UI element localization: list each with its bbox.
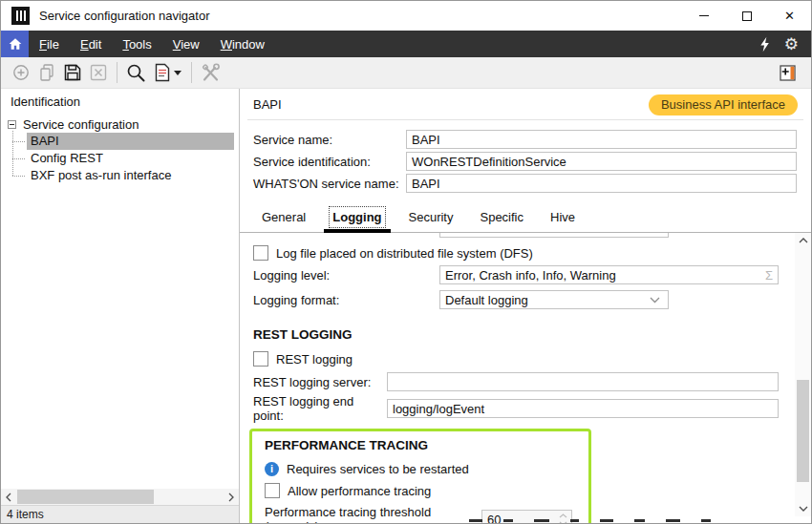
dfs-checkbox-label: Log file placed on distributed file syst…: [276, 246, 533, 261]
sigma-icon[interactable]: Σ: [765, 268, 773, 283]
toolbar-separator: [191, 62, 192, 83]
tab-hive[interactable]: Hive: [537, 204, 588, 232]
identification-panel: Identification Service configuration BAP…: [1, 89, 240, 523]
performance-tracing-highlight: PERFORMANCE TRACING i Requires services …: [249, 429, 591, 523]
menubar: File Edit Tools View Window ⚙: [1, 31, 811, 57]
tab-logging[interactable]: Logging: [319, 204, 395, 232]
logging-tab-content: Log file placed on distributed file syst…: [240, 233, 811, 523]
app-window: Service configuration navigator ✕ File E…: [0, 0, 812, 524]
scroll-down-arrow-icon[interactable]: [795, 501, 811, 516]
tools-button[interactable]: [198, 60, 224, 86]
add-panel-button[interactable]: [775, 60, 801, 86]
detail-panel: BAPI Business API interface Service name…: [240, 89, 811, 523]
tree-root-service-configuration[interactable]: Service configuration: [1, 115, 239, 133]
search-icon: [125, 62, 147, 84]
titlebar: Service configuration navigator ✕: [1, 1, 811, 31]
menu-window[interactable]: Window: [210, 31, 275, 57]
whatson-service-name-label: WHATS'ON service name:: [253, 177, 406, 191]
allow-performance-tracing-label: Allow performance tracing: [288, 484, 431, 498]
lightning-icon[interactable]: [758, 36, 770, 52]
home-icon: [8, 36, 23, 52]
save-icon: [62, 62, 83, 83]
add-panel-icon: [780, 65, 796, 81]
threshold-label: Performance tracing threshold (seconds):: [265, 505, 481, 523]
rest-logging-endpoint-input[interactable]: [387, 399, 779, 418]
allow-performance-tracing-checkbox[interactable]: [265, 483, 280, 498]
logging-format-select[interactable]: Default logging: [439, 290, 669, 309]
home-button[interactable]: [1, 31, 29, 57]
delete-button[interactable]: [85, 60, 111, 86]
chevron-down-icon: [650, 297, 660, 304]
rest-logging-endpoint-label: REST logging end point:: [253, 394, 387, 423]
close-icon: ✕: [784, 10, 795, 22]
tools-icon: [200, 62, 222, 84]
rest-logging-heading: REST LOGGING: [253, 327, 779, 342]
menu-edit[interactable]: Edit: [70, 31, 112, 57]
scroll-up-arrow-icon[interactable]: [795, 233, 811, 248]
status-bar: 4 items: [1, 505, 239, 523]
toolbar: [1, 57, 811, 89]
dfs-checkbox[interactable]: [253, 245, 268, 261]
tab-security[interactable]: Security: [395, 204, 467, 232]
identification-header: Identification: [1, 89, 239, 113]
scrollbar-track[interactable]: [16, 489, 224, 505]
report-dropdown-caret: [174, 71, 182, 75]
scroll-left-arrow-icon[interactable]: [1, 489, 16, 505]
logging-level-label: Logging level:: [253, 268, 439, 283]
tree-horizontal-scrollbar[interactable]: [1, 489, 239, 505]
delete-icon: [88, 62, 109, 83]
gear-icon[interactable]: ⚙: [784, 36, 799, 52]
rest-logging-server-label: REST logging server:: [253, 375, 387, 389]
copy-icon: [36, 62, 57, 83]
maximize-icon: [742, 11, 752, 21]
service-name-input[interactable]: [406, 130, 797, 149]
menu-file[interactable]: File: [29, 31, 70, 57]
clipped-combobox-fragment: [439, 233, 669, 238]
toolbar-separator: [117, 62, 118, 83]
clipped-content-fragment: [469, 519, 773, 522]
service-name-label: Service name:: [253, 133, 406, 147]
tree-item-config-rest[interactable]: Config REST: [12, 150, 239, 167]
content-vertical-scrollbar[interactable]: [795, 233, 811, 516]
logging-format-label: Logging format:: [253, 293, 439, 307]
menu-tools[interactable]: Tools: [112, 31, 161, 57]
rest-logging-checkbox[interactable]: [253, 351, 268, 367]
window-title: Service configuration navigator: [39, 9, 210, 23]
report-icon: [153, 62, 172, 83]
info-icon: i: [265, 462, 279, 476]
service-identification-label: Service identification:: [253, 155, 406, 169]
service-tree: Service configuration BAPI Config REST B…: [1, 113, 239, 489]
service-type-badge: Business API interface: [649, 94, 798, 115]
rest-logging-checkbox-label: REST logging: [276, 352, 353, 367]
report-button[interactable]: [149, 60, 185, 86]
menu-view[interactable]: View: [162, 31, 210, 57]
collapse-expander-icon[interactable]: [8, 120, 16, 129]
add-button[interactable]: [8, 60, 33, 86]
copy-button[interactable]: [33, 60, 59, 86]
search-button[interactable]: [123, 60, 149, 86]
close-button[interactable]: ✕: [768, 1, 811, 31]
logging-level-field[interactable]: Error, Crash info, Info, Warning Σ: [439, 265, 779, 284]
save-button[interactable]: [59, 60, 85, 86]
tab-general[interactable]: General: [248, 204, 319, 232]
tab-specific[interactable]: Specific: [466, 204, 537, 232]
minimize-icon: [699, 15, 709, 16]
minimize-button[interactable]: [682, 1, 725, 31]
service-identification-input[interactable]: [406, 152, 797, 171]
maximize-button[interactable]: [725, 1, 768, 31]
tree-item-bxf-post-as-run[interactable]: BXF post as-run interface: [12, 167, 239, 184]
app-icon: [11, 7, 30, 25]
tree-item-bapi[interactable]: BAPI: [12, 133, 239, 150]
items-count: 4 items: [7, 508, 44, 521]
add-icon: [11, 62, 32, 83]
rest-logging-server-input[interactable]: [387, 372, 779, 391]
restart-required-text: Requires services to be restarted: [287, 462, 469, 476]
performance-tracing-heading: PERFORMANCE TRACING: [265, 438, 579, 452]
detail-tabs: General Logging Security Specific Hive: [240, 204, 811, 233]
scroll-right-arrow-icon[interactable]: [224, 489, 239, 505]
detail-title: BAPI: [253, 97, 282, 112]
scrollbar-thumb[interactable]: [17, 490, 154, 504]
whatson-service-name-input[interactable]: [406, 174, 797, 193]
scrollbar-thumb[interactable]: [797, 380, 809, 482]
